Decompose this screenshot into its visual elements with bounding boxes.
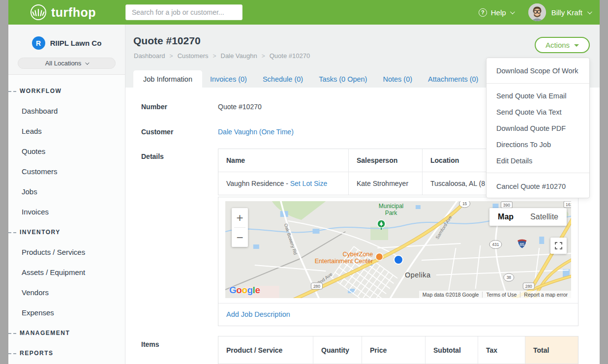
breadcrumb-separator: > [262,53,265,60]
location-selector[interactable]: All Locations [18,58,116,69]
brand-name: turfhop [51,5,96,20]
chevron-down-icon [86,61,90,64]
google-logo[interactable]: Google [229,285,260,296]
report-map-error-link[interactable]: Report a map error [520,292,571,298]
page-title: Quote #10270 [133,35,201,47]
items-header-price: Price [362,336,426,364]
breadcrumb-customers[interactable]: Customers [178,52,209,60]
tab-notes[interactable]: Notes (0) [375,70,420,88]
items-header-product-service: Product / Service [218,336,313,364]
sidebar-item-expenses[interactable]: Expenses [8,303,125,323]
google-letter: o [242,285,247,295]
sidebar-section-management[interactable]: MANAGEMENT [8,323,125,343]
sidebar-item-invoices[interactable]: Invoices [8,202,125,222]
map-fullscreen-button[interactable] [550,238,567,254]
route-shield-280-west: 280 [313,284,320,289]
city-label-opelika: Opelika [405,271,431,279]
map-panel-footer: Add Job Description [218,303,578,325]
chevron-down-icon [510,9,515,14]
map-type-satellite-button[interactable]: Satellite [522,208,567,226]
company-row: R RIIPL Lawn Co [8,36,125,50]
google-letter: o [236,285,242,295]
tab-attachments[interactable]: Attachments (0) [420,70,486,88]
actions-button[interactable]: Actions [535,37,590,53]
tab-tasks[interactable]: Tasks (0 Open) [311,70,375,88]
topbar-right-cluster: ? Help [479,0,591,25]
number-label: Number [141,103,167,111]
menu-item-send-quote-via-text[interactable]: Send Quote Via Text [486,104,589,120]
property-name: Vaughn Residence - [226,180,290,187]
route-shield-280-east: 280 [525,284,532,289]
job-location-marker [394,255,403,264]
user-name: Billy Kraft [551,8,582,17]
details-header-salesperson: Salesperson [349,149,423,172]
company-logo-badge: R [32,36,45,50]
customer-link[interactable]: Dale Vaughn (One Time) [218,128,294,136]
interstate-85-number: 85 [520,242,525,247]
menu-item-cancel-quote[interactable]: Cancel Quote #10270 [486,178,589,194]
menu-item-edit-details[interactable]: Edit Details [486,152,589,169]
help-label: Help [491,8,506,17]
route-shield-161: 161 [566,202,571,207]
actions-dropdown-menu: Download Scope Of Work Send Quote Via Em… [486,58,590,198]
sidebar-item-products-services[interactable]: Products / Services [8,242,125,262]
brand-logo[interactable]: turfhop [30,4,96,23]
sidebar-nav: WORKFLOW Dashboard Leads Quotes Customer… [8,81,125,363]
map-type-map-button[interactable]: Map [489,208,522,226]
tab-job-information[interactable]: Job Information [133,70,202,88]
sidebar-item-vendors[interactable]: Vendors [8,282,125,303]
route-shield-390: 390 [503,203,510,208]
add-job-description-link[interactable]: Add Job Description [226,310,290,318]
details-cell-salesperson: Kate Strohmeyer [349,172,423,195]
breadcrumb-separator: > [213,53,216,60]
details-header-name: Name [218,149,349,172]
google-letter: G [229,285,236,295]
map-data-credit: Map data ©2018 Google [419,292,483,298]
search-input[interactable] [125,4,243,20]
items-header-quantity: Quantity [313,336,362,364]
location-selector-label: All Locations [45,60,82,67]
sidebar-item-dashboard[interactable]: Dashboard [8,101,125,121]
cyberzone-marker-icon [376,253,383,261]
map-zoom-in-button[interactable]: + [232,208,248,227]
breadcrumb-customer-name[interactable]: Dale Vaughn [221,52,257,60]
actions-button-label: Actions [546,41,570,49]
breadcrumb-dashboard[interactable]: Dashboard [134,52,165,60]
menu-item-directions-to-job[interactable]: Directions To Job [486,136,589,152]
route-shield-15: 15 [462,201,467,206]
menu-item-download-scope-of-work[interactable]: Download Scope Of Work [486,62,589,80]
sidebar-item-quotes[interactable]: Quotes [8,141,125,161]
help-menu[interactable]: ? Help [479,8,514,17]
map-zoom-out-button[interactable]: − [232,228,248,247]
terms-of-use-link[interactable]: Terms of Use [482,292,520,298]
sidebar-item-customers[interactable]: Customers [8,161,125,182]
number-value: Quote #10270 [218,103,262,111]
items-table: Product / Service Quantity Price Subtota… [218,336,578,364]
grass-logo-icon [30,4,47,23]
breadcrumb-current: Quote #10270 [270,52,310,60]
details-cell-name: Vaughn Residence - Set Lot Size [218,172,349,195]
set-lot-size-link[interactable]: Set Lot Size [290,180,328,187]
details-label: Details [141,152,164,160]
sidebar-section-reports[interactable]: REPORTS [8,343,125,363]
map-zoom-control: + − [232,208,248,247]
google-map[interactable]: Oak Bowery Rd Samford Ave 2nd Ave 15 390… [225,201,571,298]
sidebar-section-inventory: INVENTORY [8,222,125,242]
user-menu[interactable]: Billy Kraft [551,8,591,17]
top-navigation-bar: turfhop ? Help [8,0,600,25]
sidebar-section-workflow: WORKFLOW [8,81,125,101]
sidebar-item-assets-equipment[interactable]: Assets / Equipment [8,262,125,282]
map-panel: Oak Bowery Rd Samford Ave 2nd Ave 15 390… [218,197,578,326]
poi-cyberzone-line2: Entertainment Center [315,258,373,265]
company-name: RIIPL Lawn Co [50,39,102,47]
items-header-subtotal: Subtotal [426,336,478,364]
menu-item-download-quote-pdf[interactable]: Download Quote PDF [486,120,589,136]
avatar[interactable] [528,3,546,21]
sidebar-item-jobs[interactable]: Jobs [8,182,125,202]
chevron-down-icon [587,9,592,14]
tab-schedule[interactable]: Schedule (0) [255,70,311,88]
sidebar-item-leads[interactable]: Leads [8,121,125,141]
map-attribution: Map data ©2018 Google Terms of Use Repor… [419,291,571,298]
tab-invoices[interactable]: Invoices (0) [202,70,255,88]
menu-item-send-quote-via-email[interactable]: Send Quote Via Email [486,88,589,104]
